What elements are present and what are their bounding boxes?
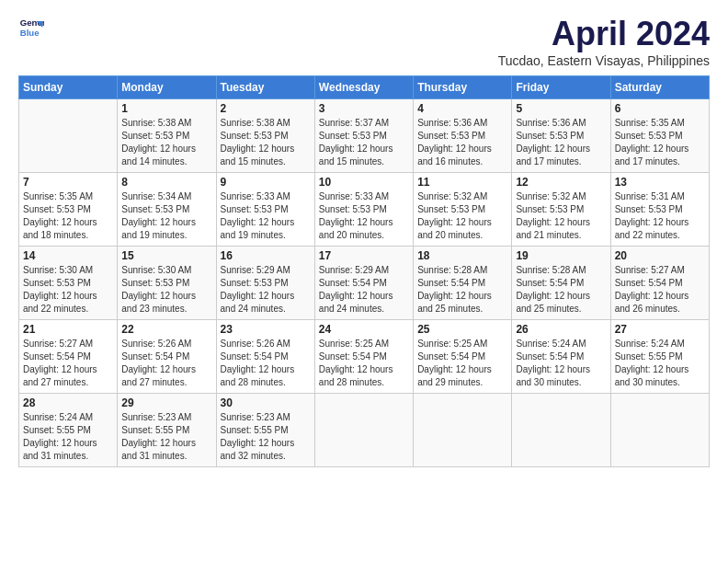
month-title: April 2024 xyxy=(498,15,710,53)
day-number: 6 xyxy=(615,102,705,115)
weekday-header-cell: Thursday xyxy=(414,76,512,99)
day-number: 4 xyxy=(417,102,507,115)
day-info: Sunrise: 5:37 AMSunset: 5:53 PMDaylight:… xyxy=(319,117,409,168)
calendar-day-cell: 3Sunrise: 5:37 AMSunset: 5:53 PMDaylight… xyxy=(314,99,413,173)
calendar-day-cell: 13Sunrise: 5:31 AMSunset: 5:53 PMDayligh… xyxy=(610,173,709,247)
calendar-day-cell: 1Sunrise: 5:38 AMSunset: 5:53 PMDaylight… xyxy=(118,99,216,173)
day-number: 8 xyxy=(121,176,211,189)
day-info: Sunrise: 5:35 AMSunset: 5:53 PMDaylight:… xyxy=(615,117,705,168)
day-info: Sunrise: 5:29 AMSunset: 5:53 PMDaylight:… xyxy=(221,264,311,316)
day-number: 17 xyxy=(319,249,409,262)
logo: General Blue xyxy=(18,15,44,40)
day-number: 18 xyxy=(417,249,507,262)
day-number: 13 xyxy=(615,176,705,189)
weekday-header-cell: Saturday xyxy=(610,76,709,99)
day-number: 9 xyxy=(221,176,311,189)
calendar-day-cell: 6Sunrise: 5:35 AMSunset: 5:53 PMDaylight… xyxy=(610,99,709,173)
title-block: April 2024 Tucdao, Eastern Visayas, Phil… xyxy=(498,15,710,68)
calendar-day-cell: 2Sunrise: 5:38 AMSunset: 5:53 PMDaylight… xyxy=(216,99,314,173)
day-number: 30 xyxy=(221,396,311,409)
day-info: Sunrise: 5:32 AMSunset: 5:53 PMDaylight:… xyxy=(516,190,606,242)
day-info: Sunrise: 5:30 AMSunset: 5:53 PMDaylight:… xyxy=(121,264,211,316)
day-number: 12 xyxy=(516,176,606,189)
calendar-week-row: 21Sunrise: 5:27 AMSunset: 5:54 PMDayligh… xyxy=(19,320,710,394)
weekday-header-cell: Tuesday xyxy=(216,76,314,99)
svg-text:Blue: Blue xyxy=(20,28,40,38)
day-number: 20 xyxy=(615,249,705,262)
calendar-day-cell xyxy=(314,394,413,467)
calendar-week-row: 7Sunrise: 5:35 AMSunset: 5:53 PMDaylight… xyxy=(19,173,710,247)
calendar-day-cell xyxy=(414,394,512,467)
day-info: Sunrise: 5:25 AMSunset: 5:54 PMDaylight:… xyxy=(319,338,409,389)
day-info: Sunrise: 5:34 AMSunset: 5:53 PMDaylight:… xyxy=(121,190,211,242)
calendar-day-cell xyxy=(610,394,709,467)
calendar-day-cell: 22Sunrise: 5:26 AMSunset: 5:54 PMDayligh… xyxy=(118,320,216,394)
calendar-day-cell: 12Sunrise: 5:32 AMSunset: 5:53 PMDayligh… xyxy=(512,173,610,247)
calendar-table: SundayMondayTuesdayWednesdayThursdayFrid… xyxy=(18,75,710,467)
day-number: 7 xyxy=(23,176,113,189)
day-number: 29 xyxy=(121,396,211,409)
location-subtitle: Tucdao, Eastern Visayas, Philippines xyxy=(498,53,710,68)
calendar-day-cell: 23Sunrise: 5:26 AMSunset: 5:54 PMDayligh… xyxy=(216,320,314,394)
day-info: Sunrise: 5:24 AMSunset: 5:55 PMDaylight:… xyxy=(23,411,113,463)
day-number: 16 xyxy=(221,249,311,262)
logo-icon: General Blue xyxy=(18,15,44,40)
day-number: 2 xyxy=(221,102,311,115)
day-info: Sunrise: 5:32 AMSunset: 5:53 PMDaylight:… xyxy=(417,190,507,242)
calendar-day-cell: 30Sunrise: 5:23 AMSunset: 5:55 PMDayligh… xyxy=(216,394,314,467)
day-info: Sunrise: 5:28 AMSunset: 5:54 PMDaylight:… xyxy=(516,264,606,316)
day-info: Sunrise: 5:38 AMSunset: 5:53 PMDaylight:… xyxy=(121,117,211,168)
day-number: 26 xyxy=(516,323,606,336)
weekday-header-row: SundayMondayTuesdayWednesdayThursdayFrid… xyxy=(19,76,710,99)
calendar-day-cell: 28Sunrise: 5:24 AMSunset: 5:55 PMDayligh… xyxy=(19,394,118,467)
day-number: 1 xyxy=(121,102,211,115)
calendar-week-row: 1Sunrise: 5:38 AMSunset: 5:53 PMDaylight… xyxy=(19,99,710,173)
calendar-week-row: 14Sunrise: 5:30 AMSunset: 5:53 PMDayligh… xyxy=(19,247,710,320)
calendar-day-cell: 16Sunrise: 5:29 AMSunset: 5:53 PMDayligh… xyxy=(216,247,314,320)
weekday-header-cell: Monday xyxy=(118,76,216,99)
day-info: Sunrise: 5:26 AMSunset: 5:54 PMDaylight:… xyxy=(221,338,311,389)
day-info: Sunrise: 5:26 AMSunset: 5:54 PMDaylight:… xyxy=(121,338,211,389)
day-info: Sunrise: 5:30 AMSunset: 5:53 PMDaylight:… xyxy=(23,264,113,316)
calendar-day-cell: 7Sunrise: 5:35 AMSunset: 5:53 PMDaylight… xyxy=(19,173,118,247)
day-info: Sunrise: 5:27 AMSunset: 5:54 PMDaylight:… xyxy=(23,338,113,389)
calendar-day-cell: 14Sunrise: 5:30 AMSunset: 5:53 PMDayligh… xyxy=(19,247,118,320)
day-info: Sunrise: 5:23 AMSunset: 5:55 PMDaylight:… xyxy=(221,411,311,463)
calendar-day-cell: 5Sunrise: 5:36 AMSunset: 5:53 PMDaylight… xyxy=(512,99,610,173)
day-info: Sunrise: 5:33 AMSunset: 5:53 PMDaylight:… xyxy=(221,190,311,242)
calendar-week-row: 28Sunrise: 5:24 AMSunset: 5:55 PMDayligh… xyxy=(19,394,710,467)
day-number: 14 xyxy=(23,249,113,262)
day-number: 24 xyxy=(319,323,409,336)
calendar-day-cell: 21Sunrise: 5:27 AMSunset: 5:54 PMDayligh… xyxy=(19,320,118,394)
day-number: 23 xyxy=(221,323,311,336)
day-number: 22 xyxy=(121,323,211,336)
calendar-day-cell: 27Sunrise: 5:24 AMSunset: 5:55 PMDayligh… xyxy=(610,320,709,394)
day-info: Sunrise: 5:38 AMSunset: 5:53 PMDaylight:… xyxy=(221,117,311,168)
day-info: Sunrise: 5:24 AMSunset: 5:55 PMDaylight:… xyxy=(615,338,705,389)
calendar-day-cell: 11Sunrise: 5:32 AMSunset: 5:53 PMDayligh… xyxy=(414,173,512,247)
day-info: Sunrise: 5:28 AMSunset: 5:54 PMDaylight:… xyxy=(417,264,507,316)
weekday-header-cell: Wednesday xyxy=(314,76,413,99)
calendar-day-cell: 4Sunrise: 5:36 AMSunset: 5:53 PMDaylight… xyxy=(414,99,512,173)
weekday-header-cell: Sunday xyxy=(19,76,118,99)
calendar-day-cell: 9Sunrise: 5:33 AMSunset: 5:53 PMDaylight… xyxy=(216,173,314,247)
day-info: Sunrise: 5:27 AMSunset: 5:54 PMDaylight:… xyxy=(615,264,705,316)
day-info: Sunrise: 5:36 AMSunset: 5:53 PMDaylight:… xyxy=(516,117,606,168)
calendar-day-cell: 24Sunrise: 5:25 AMSunset: 5:54 PMDayligh… xyxy=(314,320,413,394)
calendar-body: 1Sunrise: 5:38 AMSunset: 5:53 PMDaylight… xyxy=(19,99,710,467)
day-number: 27 xyxy=(615,323,705,336)
calendar-day-cell: 17Sunrise: 5:29 AMSunset: 5:54 PMDayligh… xyxy=(314,247,413,320)
day-info: Sunrise: 5:25 AMSunset: 5:54 PMDaylight:… xyxy=(417,338,507,389)
day-number: 21 xyxy=(23,323,113,336)
calendar-day-cell: 26Sunrise: 5:24 AMSunset: 5:54 PMDayligh… xyxy=(512,320,610,394)
day-info: Sunrise: 5:35 AMSunset: 5:53 PMDaylight:… xyxy=(23,190,113,242)
calendar-day-cell: 20Sunrise: 5:27 AMSunset: 5:54 PMDayligh… xyxy=(610,247,709,320)
calendar-day-cell: 8Sunrise: 5:34 AMSunset: 5:53 PMDaylight… xyxy=(118,173,216,247)
day-info: Sunrise: 5:36 AMSunset: 5:53 PMDaylight:… xyxy=(417,117,507,168)
day-info: Sunrise: 5:23 AMSunset: 5:55 PMDaylight:… xyxy=(121,411,211,463)
page-header: General Blue April 2024 Tucdao, Eastern … xyxy=(18,15,710,68)
day-number: 19 xyxy=(516,249,606,262)
day-number: 5 xyxy=(516,102,606,115)
day-number: 10 xyxy=(319,176,409,189)
day-number: 3 xyxy=(319,102,409,115)
